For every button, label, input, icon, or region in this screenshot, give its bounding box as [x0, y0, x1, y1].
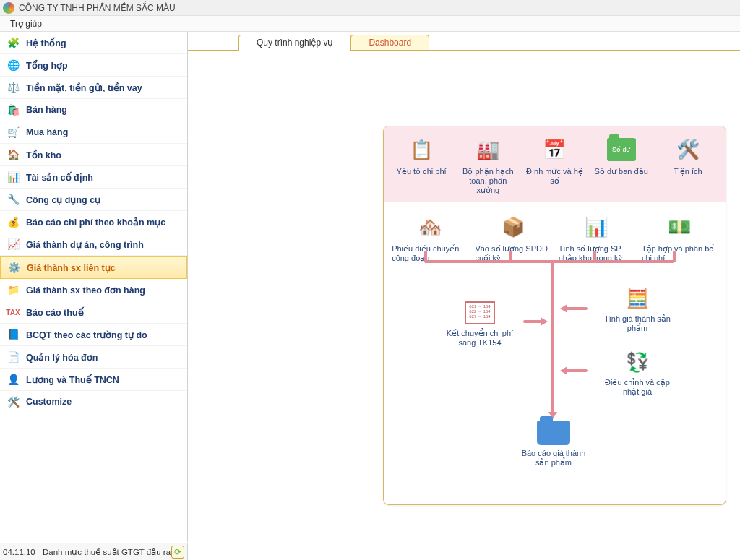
- sidebar-item-icon: ⚖️: [6, 80, 20, 95]
- calculator-box-icon: 🧮: [620, 284, 655, 313]
- sidebar-item-label: Mua hàng: [26, 127, 68, 137]
- item-bo-phan-hach-toan[interactable]: 🏭 Bộ phận hạch toán, phân xưởng: [457, 135, 519, 195]
- menubar: Trợ giúp: [0, 16, 740, 32]
- refresh-icon: ⟳: [174, 547, 181, 557]
- sidebar-item-icon: 🛒: [6, 125, 20, 139]
- sidebar-item-icon: 👤: [6, 372, 20, 387]
- sidebar-item-label: Tồn kho: [26, 150, 61, 160]
- item-so-du-ban-dau[interactable]: Số dư Số dư ban đầu: [590, 135, 652, 195]
- sidebar-item-icon: 📈: [6, 237, 20, 251]
- sidebar-item-icon: 🛍️: [6, 103, 20, 117]
- sidebar-item-label: Giá thành sx theo đơn hàng: [26, 285, 145, 296]
- sidebar-item-icon: 🏠: [6, 147, 20, 162]
- sidebar-item-3[interactable]: 🛍️Bán hàng: [0, 99, 187, 121]
- connector-main-vertical: [551, 260, 554, 413]
- sidebar-item-icon: 📄: [6, 350, 20, 364]
- sidebar-item-icon: 🛠️: [6, 395, 20, 409]
- tools-icon: 🛠️: [671, 135, 705, 164]
- titlebar: CÔNG TY TNHH PHẦN MỀM SẮC MÀU: [0, 0, 740, 16]
- diagram-row-definitions: 📋 Yếu tố chi phí 🏭 Bộ phận hạch toán, ph…: [384, 126, 726, 202]
- box-icon: 📦: [496, 212, 530, 241]
- folder-balance-icon: Số dư: [604, 135, 639, 164]
- sidebar-item-label: Tài sản cố định: [26, 172, 93, 183]
- connector-horizontal: [424, 260, 674, 263]
- statusbar-refresh-button[interactable]: ⟳: [171, 546, 184, 559]
- sidebar-item-5[interactable]: 🏠Tồn kho: [0, 144, 187, 166]
- chart-pie-icon: 📋: [404, 135, 439, 164]
- sidebar-item-label: BCQT theo các trường tự do: [26, 329, 147, 340]
- sidebar-item-12[interactable]: TAXBáo cáo thuế: [0, 301, 187, 324]
- tab-strip: Quy trình nghiệp vụ Dashboard: [238, 35, 740, 51]
- sidebar-item-icon: ⚙️: [7, 260, 21, 275]
- sidebar-item-6[interactable]: 📊Tài sản cố định: [0, 166, 187, 189]
- sidebar-item-icon: 🌐: [6, 58, 20, 72]
- boxes-chart-icon: 📊: [579, 212, 614, 241]
- coins-calc-icon: 💱: [620, 348, 655, 376]
- item-tinh-so-luong[interactable]: 📊 Tính số lượng SP nhập kho trong kỳ: [559, 212, 634, 263]
- workflow-diagram: 📋 Yếu tố chi phí 🏭 Bộ phận hạch toán, ph…: [383, 126, 726, 505]
- content-area: Quy trình nghiệp vụ Dashboard 📋 Yếu tố c…: [188, 32, 740, 542]
- sidebar-item-14[interactable]: 📄Quản lý hóa đơn: [0, 346, 187, 369]
- app-logo-icon: [3, 2, 14, 14]
- money-people-icon: 💵: [662, 212, 697, 241]
- sidebar-item-15[interactable]: 👤Lương và Thuế TNCN: [0, 369, 187, 391]
- sidebar-item-7[interactable]: 🔧Công cụ dụng cụ: [0, 189, 187, 211]
- sidebar-item-icon: 📘: [6, 327, 20, 342]
- sidebar-item-icon: 📁: [6, 283, 20, 297]
- sidebar-item-label: Lương và Thuế TNCN: [26, 374, 119, 385]
- ledger-icon: 621 → 154 622 → 154 627 → 154: [462, 298, 497, 327]
- statusbar: 04.11.10 - Danh mục thuế suất GTGT đầu r…: [0, 543, 188, 560]
- item-tinh-gia-thanh[interactable]: 🧮 Tính giá thành sản phẩm: [598, 284, 677, 333]
- sidebar-item-label: Tiền mặt, tiền gửi, tiền vay: [26, 82, 142, 93]
- sidebar-item-label: Customize: [26, 397, 72, 407]
- item-vao-so-luong[interactable]: 📦 Vào số lượng SPDD cuối kỳ: [475, 212, 551, 263]
- sidebar-item-4[interactable]: 🛒Mua hàng: [0, 121, 187, 144]
- item-dieu-chinh-gia[interactable]: 💱 Điều chỉnh và cập nhật giá: [598, 348, 677, 397]
- statusbar-text: 04.11.10 - Danh mục thuế suất GTGT đầu r…: [3, 547, 171, 557]
- item-tien-ich[interactable]: 🛠️ Tiện ích: [657, 135, 718, 195]
- sidebar-item-label: Báo cáo thuế: [26, 307, 84, 318]
- sidebar-item-8[interactable]: 💰Báo cáo chi phí theo khoản mục: [0, 211, 187, 233]
- tab-workflow[interactable]: Quy trình nghiệp vụ: [238, 35, 351, 51]
- sidebar-item-label: Quản lý hóa đơn: [26, 352, 98, 363]
- sidebar-item-16[interactable]: 🛠️Customize: [0, 391, 187, 413]
- arrow-dc-left: [566, 369, 588, 372]
- sidebar-item-icon: 🧩: [6, 35, 20, 50]
- sidebar-item-icon: 📊: [6, 170, 20, 184]
- item-yeu-to-chi-phi[interactable]: 📋 Yếu tố chi phí: [391, 135, 452, 195]
- sidebar-item-13[interactable]: 📘BCQT theo các trường tự do: [0, 324, 187, 346]
- sidebar-item-icon: TAX: [6, 305, 20, 319]
- sidebar-item-11[interactable]: 📁Giá thành sx theo đơn hàng: [0, 279, 187, 301]
- sidebar-item-label: Giá thành dự án, công trình: [26, 239, 144, 250]
- item-ket-chuyen-chi-phi[interactable]: 621 → 154 622 → 154 627 → 154 Kết chuyển…: [440, 298, 520, 348]
- item-dinh-muc[interactable]: 📅 Định mức và hệ số: [524, 135, 585, 195]
- factory-icon: 🏭: [470, 135, 505, 164]
- sidebar-item-label: Bán hàng: [26, 105, 67, 115]
- item-phieu-dieu-chuyen[interactable]: 🏘️ Phiếu điều chuyển công đoạn: [392, 212, 468, 263]
- sidebar-item-label: Giá thành sx liên tục: [27, 262, 116, 273]
- sidebar-item-icon: 🔧: [6, 192, 20, 207]
- sidebar-item-9[interactable]: 📈Giá thành dự án, công trình: [0, 233, 187, 256]
- sidebar-item-0[interactable]: 🧩Hệ thống: [0, 32, 187, 54]
- menu-help[interactable]: Trợ giúp: [4, 17, 48, 30]
- arrow-gt-left: [566, 307, 588, 310]
- sidebar-item-label: Tổng hợp: [26, 60, 68, 71]
- arrow-kc-right: [523, 320, 542, 323]
- tab-dashboard[interactable]: Dashboard: [350, 35, 429, 51]
- sidebar-item-label: Hệ thống: [26, 38, 66, 48]
- transfer-icon: 🏘️: [413, 212, 447, 241]
- item-bao-cao-gia-thanh[interactable]: Báo cáo giá thành sản phẩm: [514, 418, 593, 468]
- sidebar-item-label: Báo cáo chi phí theo khoản mục: [26, 217, 165, 228]
- sidebar-item-10[interactable]: ⚙️Giá thành sx liên tục: [0, 256, 187, 279]
- sidebar-item-2[interactable]: ⚖️Tiền mặt, tiền gửi, tiền vay: [0, 77, 187, 99]
- sidebar: 🧩Hệ thống🌐Tổng hợp⚖️Tiền mặt, tiền gửi, …: [0, 32, 188, 542]
- calendar-pencil-icon: 📅: [537, 135, 572, 164]
- sidebar-item-1[interactable]: 🌐Tổng hợp: [0, 54, 187, 77]
- app-title: CÔNG TY TNHH PHẦN MỀM SẮC MÀU: [19, 3, 176, 13]
- sidebar-item-icon: 💰: [6, 215, 20, 229]
- folder-report-icon: [536, 418, 571, 447]
- item-tap-hop-phan-bo[interactable]: 💵 Tập hợp và phân bổ chi phí: [642, 212, 718, 263]
- sidebar-item-label: Công cụ dụng cụ: [26, 194, 100, 205]
